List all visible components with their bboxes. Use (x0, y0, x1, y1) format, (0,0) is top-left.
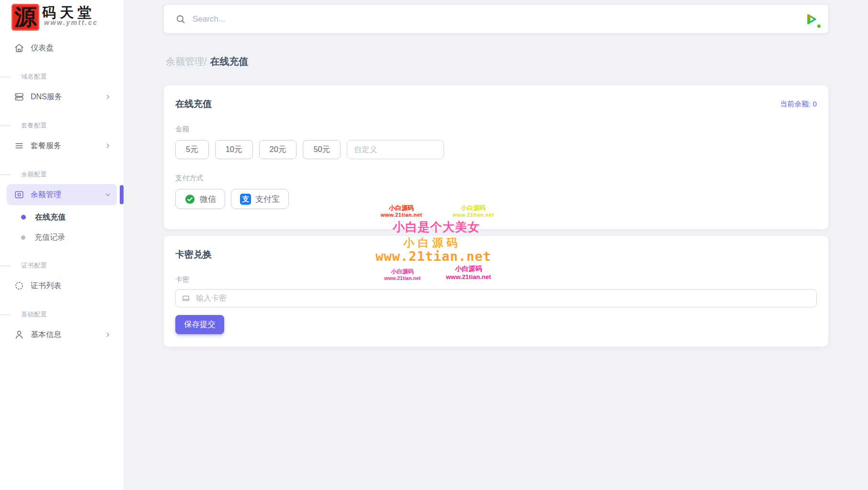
main-content: 余额管理/ 在线充值 在线充值 当前余额: 0 金额 5元 10元 20元 50… (124, 0, 868, 490)
topbar (164, 5, 828, 33)
sidebar-item-label: 仪表盘 (31, 43, 54, 53)
user-icon (14, 329, 24, 340)
sidebar-subitem-online-recharge[interactable]: 在线充值 (7, 207, 117, 227)
redeem-card: 卡密兑换 卡密 保存提交 (164, 236, 828, 347)
brand-logo[interactable]: 源 码天堂 www.ymtt.cc (0, 0, 124, 32)
brand-seal-icon: 源 (11, 4, 39, 31)
sidebar-item-label: 套餐服务 (31, 141, 61, 151)
wechat-label: 微信 (200, 194, 216, 205)
redeem-card-title: 卡密兑换 (175, 248, 817, 261)
user-avatar[interactable] (800, 8, 822, 30)
sidebar-item-package-service[interactable]: 套餐服务 (7, 135, 117, 156)
save-submit-button[interactable]: 保存提交 (175, 315, 224, 334)
search-icon (175, 14, 186, 24)
breadcrumb-parent[interactable]: 余额管理/ (166, 55, 207, 68)
sidebar-item-balance-mgmt[interactable]: 余额管理 (7, 184, 117, 205)
current-balance: 当前余额: 0 (780, 100, 817, 109)
chevron-right-icon (103, 93, 112, 101)
chevron-right-icon (103, 330, 112, 339)
sidebar-item-dashboard[interactable]: 仪表盘 (7, 37, 117, 58)
wechat-icon (184, 194, 195, 205)
sidebar-item-label: 余额管理 (31, 190, 61, 200)
amount-button-5[interactable]: 5元 (175, 140, 209, 159)
recharge-card-title: 在线充值 (175, 98, 212, 110)
sidebar-menu: 仪表盘 域名配置 DNS服务 套餐配置 套餐服务 余额配置 余额管理 (0, 32, 124, 345)
sidebar-item-cert-list[interactable]: 证书列表 (7, 275, 117, 296)
wechat-pay-button[interactable]: 微信 (175, 189, 225, 209)
sidebar-section-domain: 域名配置 (7, 72, 117, 82)
sidebar-section-balance: 余额配置 (7, 170, 117, 179)
server-icon (14, 92, 24, 102)
amount-button-50[interactable]: 50元 (303, 140, 341, 159)
alipay-button[interactable]: 支 支付宝 (231, 189, 289, 209)
sidebar-section-base: 基础配置 (7, 310, 117, 319)
sidebar: 源 码天堂 www.ymtt.cc 仪表盘 域名配置 DNS服务 套餐配置 套餐… (0, 0, 124, 490)
sidebar-item-dns[interactable]: DNS服务 (7, 86, 117, 107)
active-indicator-bar (120, 185, 124, 204)
list-icon (14, 140, 24, 151)
chevron-down-icon (103, 190, 112, 199)
chevron-right-icon (103, 141, 112, 150)
sidebar-item-label: 在线充值 (35, 212, 66, 222)
bullet-dot-icon (21, 235, 25, 240)
breadcrumb: 余额管理/ 在线充值 (164, 55, 828, 68)
alipay-icon: 支 (240, 194, 251, 205)
cardkey-input-wrap (175, 289, 817, 307)
cardkey-input[interactable] (196, 294, 811, 303)
sidebar-item-label: 基本信息 (31, 330, 61, 340)
amount-button-20[interactable]: 20元 (259, 140, 297, 159)
bullet-dot-icon (21, 215, 26, 220)
wallet-icon (14, 189, 24, 200)
alipay-label: 支付宝 (255, 194, 280, 205)
circle-icon (14, 280, 24, 291)
brand-subtitle: www.ymtt.cc (42, 19, 98, 26)
sidebar-item-label: 证书列表 (31, 281, 61, 291)
card-icon (182, 294, 190, 303)
breadcrumb-current: 在线充值 (210, 55, 249, 68)
sidebar-section-cert: 证书配置 (7, 261, 117, 270)
custom-amount-input[interactable] (347, 140, 444, 159)
sidebar-item-label: 充值记录 (34, 233, 65, 243)
brand-title: 码天堂 (42, 6, 98, 20)
payment-method-label: 支付方式 (175, 174, 817, 183)
cardkey-label: 卡密 (175, 275, 817, 284)
sidebar-item-label: DNS服务 (31, 92, 62, 102)
sidebar-item-basic-info[interactable]: 基本信息 (7, 324, 117, 345)
recharge-card: 在线充值 当前余额: 0 金额 5元 10元 20元 50元 支付方式 微信 支… (164, 85, 828, 229)
amount-label: 金额 (175, 125, 817, 134)
sidebar-subitem-recharge-records[interactable]: 充值记录 (7, 227, 117, 247)
sidebar-section-package: 套餐配置 (7, 121, 117, 130)
amount-button-10[interactable]: 10元 (215, 140, 253, 159)
online-status-dot (816, 23, 822, 29)
search-input[interactable] (193, 14, 800, 24)
home-icon (14, 43, 24, 53)
